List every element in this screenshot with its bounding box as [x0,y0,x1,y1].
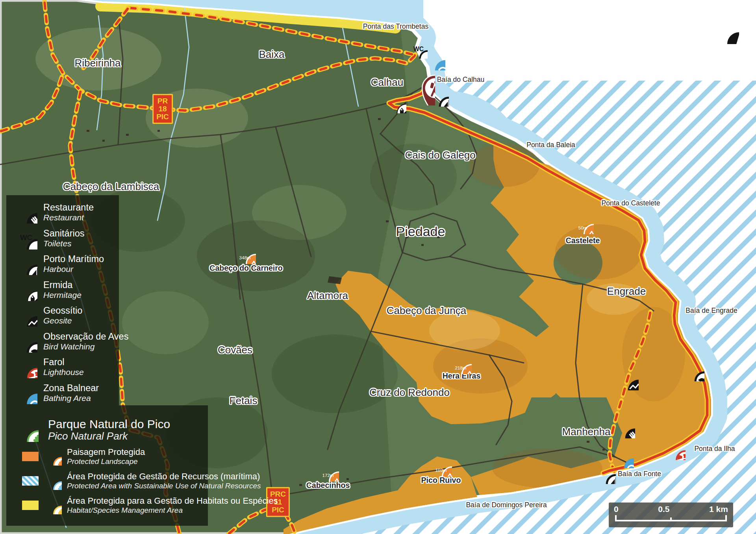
legend-label-pt: Zona Balnear [43,383,99,394]
place-label: Altamora [307,290,348,302]
place-label: Baixa [259,48,284,61]
area-labels: Área Protegida para a Gestão de Habitats… [67,496,278,514]
area-labels: Paisagem ProtegidaProtected Landscape [67,447,145,466]
harbour-icon [595,463,616,484]
place-label: Pico Ruivo [421,476,461,485]
legend-label-en: Restaurant [43,213,94,222]
harbour-icon [15,253,37,275]
area-label-en: Protected Area with Sustainable Use of N… [67,482,261,490]
lighthouse-icon [15,356,37,378]
area-label-en: Protected Landscape [67,457,145,466]
peak-elevation: 50m [572,225,594,230]
peak-elevation: 172m [317,473,339,478]
legend-label-en: Geosite [43,316,82,325]
place-label: Cabecinhos [306,481,350,490]
legend-labels: FarolLighthouse [43,357,84,377]
legend-label-en: Harbour [43,264,104,273]
area-swatch-habitats-species [22,501,39,510]
place-label: Cabeço da Lambisca [63,181,159,193]
legend-labels: RestauranteRestaurant [43,203,94,222]
wc-icon: WC [15,227,37,249]
legend-poi-panel: RestauranteRestaurantWCSanitáriosToilete… [6,195,119,405]
area-label-en: Habitat/Species Management Area [67,506,278,514]
area-row-maritime-resources: Área Protegida de Gestão de Recursos (ma… [14,469,208,493]
place-label: Baía de Engrade [686,307,737,315]
legend-row-wc: WCSanitáriosToiletes [15,225,119,251]
legend-row-restaurant: RestauranteRestaurant [15,200,119,225]
geosite-icon [616,368,639,390]
area-row-protected-landscape: Paisagem ProtegidaProtected Landscape [14,445,208,468]
place-label: Cruz do Redondo [369,386,450,399]
area-leaf-logo-icon [44,496,62,514]
legend-row-harbour: Porto MarítimoHarbour [15,251,119,277]
peak-marker: 172m [317,460,339,482]
geosite-icon [15,304,37,327]
place-label: Ponta das Trombetas [363,22,428,31]
legend-label-en: Toiletes [43,239,85,248]
scale-tick-0: 0 [614,504,619,514]
legend-label-pt: Farol [43,357,84,368]
bird-icon [15,330,37,353]
legend-park-panel: Parque Natural do Pico Pico Natural Park… [6,405,208,526]
peak-elevation: 103m [430,468,452,473]
legend-row-geosite: GeossítioGeosite [15,303,119,329]
area-label-pt: Paisagem Protegida [67,447,145,457]
legend-label-pt: Restaurante [43,203,94,213]
place-label: Covães [218,344,252,356]
peak-elevation: 218m [450,366,472,370]
peak-elevation: 348m [234,255,256,260]
legend-labels: Porto MarítimoHarbour [43,254,104,273]
park-legend-header: Parque Natural do Pico Pico Natural Park [14,416,208,444]
scale-tick-half: 0.5 [658,504,669,514]
place-label: Baía da Fonte [618,470,661,478]
legend-label-pt: Ermida [43,280,82,290]
place-label: Cabeço da Junça [387,305,466,317]
legend-label-en: Lighthouse [43,368,84,377]
legend-labels: SanitáriosToiletes [43,229,85,248]
bathing-icon [613,447,634,468]
legend-label-en: Bird Watching [43,342,128,351]
place-label: Baía do Calhau [437,76,485,84]
legend-label-pt: Porto Marítimo [43,254,104,264]
place-label: Engrade [607,285,646,297]
place-label: Fetais [230,395,258,407]
area-row-habitats-species: Área Protegida para a Gestão de Habitats… [14,493,208,517]
trail-marker-pr-18-pic: PR18PIC [152,94,173,124]
legend-label-pt: Observação de Aves [43,332,128,342]
scale-bracket [614,514,728,523]
place-label: Cais do Galego [405,149,475,161]
park-subtitle: Pico Natural Park [48,431,170,442]
peak-marker: 218m [450,352,472,374]
peak-marker: 50m [572,212,594,234]
legend-labels: Zona BalnearBathing Area [43,383,99,403]
restaurant-icon [15,201,37,224]
area-labels: Área Protegida de Gestão de Recursos (ma… [67,472,261,490]
place-label: Cabeço do Carneiro [209,264,282,273]
legend-row-lighthouse: FarolLighthouse [15,354,119,380]
area-leaf-logo-icon [44,472,62,490]
place-label: Ponta do Castelete [602,199,660,207]
place-label: Manhenha [562,426,611,438]
park-title: Parque Natural do Pico [48,418,170,431]
pico-natural-park-map: Ponta das TrombetasRibeirinhaBaixaCalhau… [0,0,756,534]
peak-marker: 103m [430,455,452,477]
hermitage-icon [385,92,406,113]
area-label-pt: Área Protegida para a Gestão de Habitats… [67,496,278,506]
place-label: Calhau [371,76,403,89]
area-swatch-protected-landscape [22,452,39,461]
place-label: Baía de Domingos Pereira [466,501,547,509]
legend-labels: GeossítioGeosite [43,306,82,325]
north-arrow-icon [713,18,739,44]
place-label: Ponta da Baleia [526,141,575,149]
legend-row-hermitage: ErmidaHermitage [15,277,119,303]
peak-marker: 348m [234,242,256,264]
legend-row-bird: Observação de AvesBird Watching [15,329,119,355]
pin-trailhead-icon [407,60,435,105]
scale-bar: 0 0.5 1 km [609,503,733,527]
scale-tick-1km: 1 km [709,504,728,514]
legend-label-en: Hermitage [43,290,82,299]
lighthouse-icon [664,439,686,460]
legend-label-pt: Geossítio [43,306,82,316]
legend-labels: Observação de AvesBird Watching [43,332,128,351]
legend-label-en: Bathing Area [43,394,99,403]
